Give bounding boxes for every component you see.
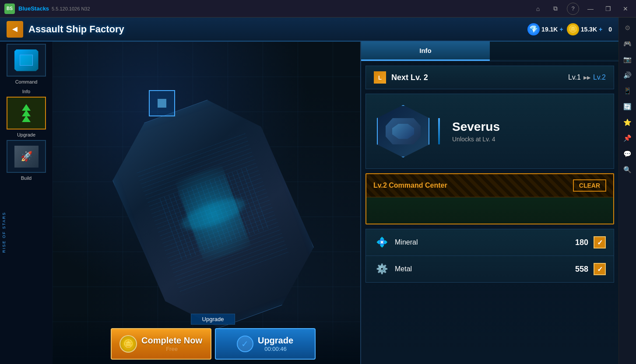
- help-button[interactable]: ?: [567, 3, 579, 15]
- tool-btn-7[interactable]: ⭐: [621, 116, 635, 130]
- sidebar-item-command[interactable]: [7, 44, 46, 77]
- tool-btn-3[interactable]: 📷: [621, 52, 635, 66]
- version-text: 5.5.120.1026 N32: [52, 6, 532, 11]
- sidebar-item-build[interactable]: 🚀: [7, 140, 46, 173]
- action-buttons: 🪙 Complete Now Free ✓ Upgrade 00:00:46: [111, 328, 316, 360]
- tool-btn-8[interactable]: 📌: [621, 131, 635, 145]
- tool-btn-4[interactable]: 🔊: [621, 68, 635, 82]
- gems-amount: 0: [608, 26, 612, 33]
- metal-row: ⚙️ Metal 558 ✓: [366, 256, 614, 282]
- sidebar-command-label: Command: [15, 79, 38, 84]
- complete-now-button[interactable]: 🪙 Complete Now Free: [111, 328, 211, 360]
- complete-now-text: Complete Now Free: [141, 336, 202, 352]
- mineral-check-mark: ✓: [597, 238, 603, 247]
- upgrade-icon: [22, 104, 31, 122]
- build-icon: 🚀: [14, 146, 39, 168]
- metal-check-mark: ✓: [597, 265, 603, 273]
- ship-blue-divider: [438, 118, 440, 144]
- level-display: L Next Lv. 2 Lv.1 ▶▶ Lv.2: [365, 66, 614, 89]
- info-tabs: Info: [361, 42, 618, 61]
- crystal-icon: 💎: [527, 23, 540, 35]
- sidebar-build-label: Build: [21, 175, 32, 181]
- ship-unlock-text: Unlocks at Lv. 4: [452, 136, 500, 143]
- requirement-content: [366, 197, 613, 224]
- resources-section: 💠 Mineral 180 ✓ ⚙️ Metal 558 ✓: [365, 229, 614, 283]
- tool-btn-6[interactable]: 🔄: [621, 100, 635, 114]
- crystal-amount: 19.1K: [541, 26, 558, 33]
- mineral-amount: 180: [575, 238, 588, 247]
- sidebar-info-section: Info: [0, 87, 53, 97]
- mineral-icon: 💠: [374, 234, 390, 250]
- complete-free-label: Free: [166, 346, 178, 352]
- upgrade-button[interactable]: ✓ Upgrade 00:00:46: [215, 328, 316, 360]
- current-level: Lv.1: [568, 74, 581, 81]
- crystal-resource: 💎 19.1K +: [527, 23, 563, 35]
- next-level: Lv.2: [593, 74, 606, 81]
- gold-resource: 🪙 15.3K +: [567, 23, 603, 35]
- tab-other[interactable]: [490, 42, 618, 61]
- tool-btn-9[interactable]: 💬: [621, 147, 635, 161]
- tool-btn-2[interactable]: 🎮: [621, 37, 635, 51]
- requirement-section: Lv.2 Command Center CLEAR: [365, 173, 614, 224]
- game-header: ◄ Assault Ship Factory 💎 19.1K + 🪙 15.3K…: [0, 18, 618, 42]
- metal-icon: ⚙️: [374, 261, 390, 277]
- requirement-text: Lv.2 Command Center: [373, 182, 447, 189]
- multiinstance-button[interactable]: ⧉: [549, 3, 562, 15]
- ship-factory-visual: [97, 83, 328, 345]
- upgrade-time: 00:00:46: [264, 346, 287, 352]
- ship-showcase: Severus Unlocks at Lv. 4: [365, 94, 614, 169]
- mineral-check: ✓: [594, 236, 606, 248]
- right-panel: Info L Next Lv. 2 Lv.1 ▶▶ Lv.2 Severus U…: [360, 42, 618, 364]
- mineral-row: 💠 Mineral 180 ✓: [366, 229, 614, 256]
- level-progress: Lv.1 ▶▶ Lv.2: [568, 74, 606, 81]
- ship-hex: [377, 105, 429, 158]
- tab-info[interactable]: Info: [361, 42, 490, 61]
- sidebar-upgrade-section: Upgrade: [0, 97, 53, 140]
- level-arrow: ▶▶: [583, 75, 590, 80]
- upgrade-btn-label: Upgrade: [258, 336, 293, 346]
- resources-bar: 💎 19.1K + 🪙 15.3K + 0: [527, 23, 612, 35]
- upgrade-status-text: Upgrade: [202, 316, 224, 322]
- crystal-plus[interactable]: +: [559, 26, 563, 33]
- metal-label: Metal: [395, 265, 570, 273]
- level-badge: L: [374, 71, 386, 84]
- gold-amount: 15.3K: [581, 26, 597, 33]
- metal-check: ✓: [594, 263, 606, 275]
- command-marker-inner: [158, 99, 166, 108]
- sidebar-upgrade-label: Upgrade: [17, 132, 35, 137]
- clear-button[interactable]: CLEAR: [573, 179, 606, 192]
- game-area: Upgrade 🪙 Complete Now Free ✓ Upgrade 00…: [53, 42, 373, 364]
- factory-body: [97, 83, 328, 345]
- tool-btn-1[interactable]: ⚙: [621, 21, 635, 35]
- left-sidebar: Command Info Upgrade 🚀 Build RISE OF STA…: [0, 18, 53, 364]
- ship-silhouette: [392, 124, 414, 139]
- minimize-button[interactable]: —: [584, 3, 597, 15]
- titlebar-controls: ⌂ ⧉ ? — ❐ ✕: [532, 3, 632, 15]
- tool-btn-5[interactable]: 📱: [621, 84, 635, 98]
- upgrade-check-icon: ✓: [237, 336, 253, 352]
- restore-button[interactable]: ❐: [602, 3, 614, 15]
- gold-plus[interactable]: +: [599, 26, 602, 33]
- upgrade-status-bar: Upgrade: [191, 314, 235, 325]
- next-level-text: Next Lv. 2: [391, 73, 568, 82]
- tool-btn-10[interactable]: 🔍: [621, 163, 635, 177]
- ship-hex-inner: [386, 118, 421, 144]
- back-button[interactable]: ◄: [7, 21, 23, 38]
- coin-icon: 🪙: [119, 335, 137, 353]
- sidebar-item-upgrade[interactable]: [7, 97, 46, 130]
- home-button[interactable]: ⌂: [532, 3, 544, 15]
- sidebar-info-label: Info: [22, 89, 30, 94]
- brand-name: BlueStacks: [18, 5, 49, 12]
- ship-name: Severus: [452, 120, 500, 134]
- complete-now-label: Complete Now: [141, 336, 202, 346]
- close-button[interactable]: ✕: [619, 3, 632, 15]
- bottom-bar: Upgrade 🪙 Complete Now Free ✓ Upgrade 00…: [53, 312, 373, 364]
- command-icon: [14, 49, 39, 71]
- command-marker: [149, 90, 175, 116]
- ship-info: Severus Unlocks at Lv. 4: [452, 120, 500, 143]
- requirement-header: Lv.2 Command Center CLEAR: [366, 174, 613, 197]
- right-sidebar: ⚙ 🎮 📷 🔊 📱 🔄 ⭐ 📌 💬 🔍: [618, 18, 636, 364]
- page-title: Assault Ship Factory: [28, 24, 527, 35]
- upgrade-btn-text: Upgrade 00:00:46: [258, 336, 293, 352]
- metal-amount: 558: [575, 265, 588, 274]
